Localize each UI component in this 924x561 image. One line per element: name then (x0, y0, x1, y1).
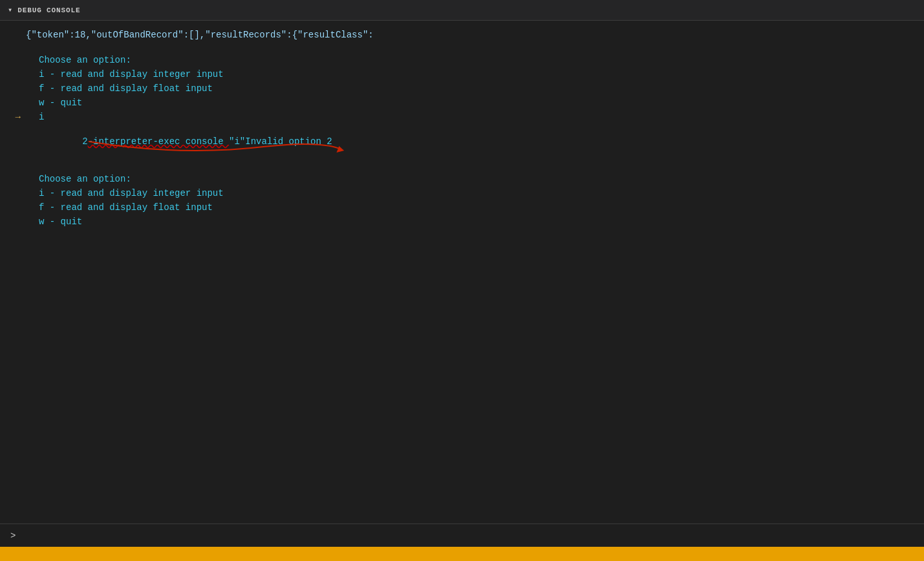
console-input-row[interactable]: > (0, 524, 924, 547)
input-prompt-symbol: > (0, 531, 21, 541)
error-quoted: "i" (229, 136, 245, 147)
block2-option-i-text: i - read and display integer input (26, 188, 924, 198)
block2-option-i-line: i - read and display integer input (0, 187, 924, 202)
arrow-gutter: → (0, 112, 26, 122)
input-i-text: i (26, 112, 924, 122)
status-bar (0, 547, 924, 561)
block2-choose-line: Choose an option: (0, 173, 924, 187)
block1-option-w-text: w - quit (26, 98, 924, 108)
input-i-line: → i (0, 111, 924, 125)
block2-option-f-line: f - read and display float input (0, 202, 924, 216)
arrow-icon: → (16, 112, 21, 122)
debug-console: ▾ DEBUG CONSOLE {"token":18,"outOfBandRe… (0, 0, 924, 561)
console-header: ▾ DEBUG CONSOLE (0, 0, 924, 21)
error-text-segment1: 2 (82, 136, 87, 147)
block2-option-w-line: w - quit (0, 216, 924, 230)
error-line-text: 2-interpreter-exec console "i"Invalid op… (26, 126, 924, 157)
block1-choose-line: Choose an option: (0, 54, 924, 69)
console-title: DEBUG CONSOLE (17, 6, 80, 14)
chevron-down-icon[interactable]: ▾ (8, 5, 12, 15)
error-line-container: 2-interpreter-exec console "i"Invalid op… (0, 125, 924, 158)
spacer-2 (0, 163, 924, 173)
block2-option-f-text: f - read and display float input (26, 202, 924, 213)
console-body: {"token":18,"outOfBandRecord":[],"result… (0, 21, 924, 524)
json-output-line: {"token":18,"outOfBandRecord":[],"result… (0, 26, 924, 44)
error-message: Invalid option 2 (245, 136, 332, 147)
block1-option-i-line: i - read and display integer input (0, 69, 924, 83)
block1-option-w-line: w - quit (0, 97, 924, 111)
block1-choose-text: Choose an option: (26, 55, 924, 65)
block1-option-f-text: f - read and display float input (26, 83, 924, 94)
console-input[interactable] (21, 531, 924, 541)
json-output-text: {"token":18,"outOfBandRecord":[],"result… (13, 30, 924, 40)
block1-option-f-line: f - read and display float input (0, 83, 924, 97)
error-underlined: -interpreter-exec console (88, 136, 229, 147)
block2-option-w-text: w - quit (26, 217, 924, 227)
spacer-1 (0, 44, 924, 54)
block1-option-i-text: i - read and display integer input (26, 69, 924, 79)
block2-choose-text: Choose an option: (26, 174, 924, 184)
